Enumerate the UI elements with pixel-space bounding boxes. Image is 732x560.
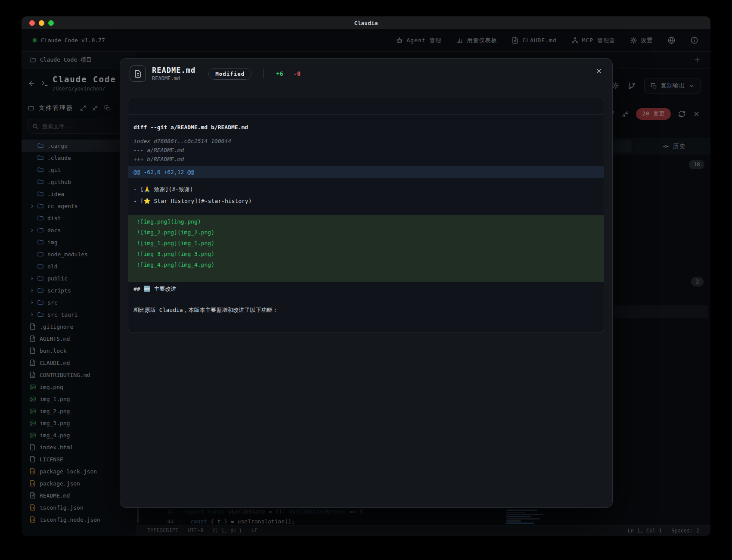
diff-meta-line: +++ b/README.md — [128, 155, 604, 164]
diff-context-line: - [🙏 致谢](#-致谢) — [128, 184, 604, 195]
diff-modal-header: README.md README.md Modified +6 -0 — [120, 59, 612, 82]
diff-meta-line: --- a/README.md — [128, 146, 604, 155]
diff-added-block: ![img.png](img.png) ![img_2.png](img_2.p… — [128, 215, 604, 282]
diff-modal: README.md README.md Modified +6 -0 diff … — [120, 58, 613, 508]
diff-context-line: - [⭐ Star History](#-star-history) — [128, 195, 604, 207]
modal-close-icon[interactable] — [595, 67, 603, 75]
app-window: Claudia Claude Code v1.0.77 Agent 管理 用量仪… — [22, 16, 710, 536]
diff-card: diff --git a/README.md b/README.md index… — [128, 97, 604, 333]
modified-badge: Modified — [208, 68, 251, 80]
diff-header-line: diff --git a/README.md b/README.md — [128, 121, 604, 133]
diff-added-line: ![img_4.png](img_4.png) — [128, 259, 604, 270]
diff-context-paragraph: 相比原版 Claudia，本版本主要新增和改进了以下功能： — [128, 304, 604, 316]
diff-content: diff --git a/README.md b/README.md index… — [128, 115, 604, 316]
window-title: Claudia — [22, 20, 710, 26]
diff-context-heading: ## 🆕 主要改进 — [128, 283, 604, 295]
diff-added-line: ![img_3.png](img_3.png) — [128, 249, 604, 259]
diff-hunk-header: @@ -62,6 +62,12 @@ — [128, 166, 604, 178]
modal-title: README.md — [152, 66, 195, 75]
diff-card-toolbar — [128, 97, 604, 115]
diff-added-line — [128, 270, 604, 281]
diff-added-line: ![img_2.png](img_2.png) — [128, 227, 604, 238]
divider — [264, 69, 264, 78]
deletions-count: -0 — [294, 70, 301, 77]
screen: Claudia Claude Code v1.0.77 Agent 管理 用量仪… — [0, 0, 732, 560]
diff-added-line: ![img.png](img.png) — [128, 216, 604, 227]
modal-subtitle: README.md — [152, 75, 195, 81]
diff-added-line: ![img_1.png](img_1.png) — [128, 238, 604, 249]
titlebar: Claudia — [22, 16, 710, 29]
file-diff-icon — [130, 65, 146, 82]
diff-meta-line: index d76086f..c0c2514 100644 — [128, 137, 604, 146]
additions-count: +6 — [276, 70, 283, 77]
